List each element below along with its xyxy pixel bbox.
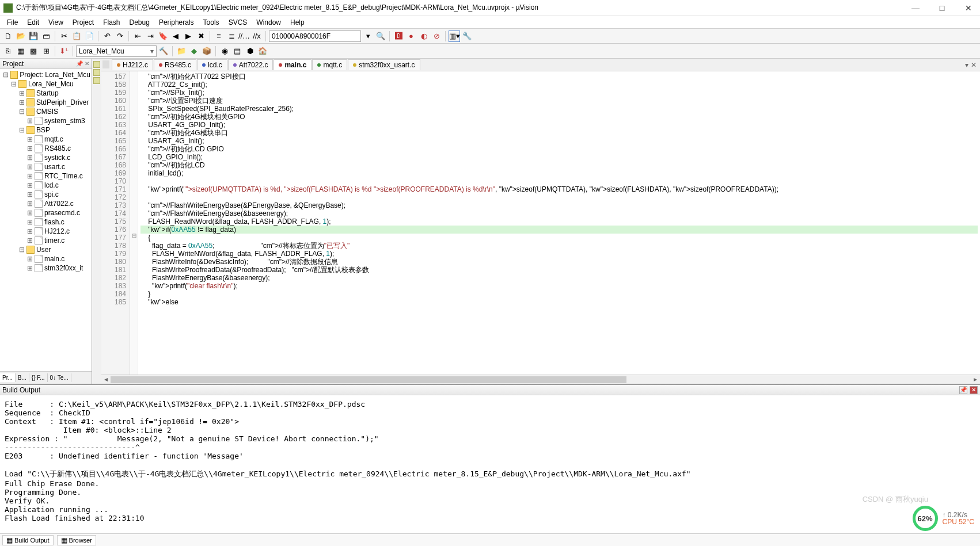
editor-tab-stm32f0xx_usart-c[interactable]: stm32f0xx_usart.c	[348, 59, 420, 70]
close-button[interactable]: ✕	[960, 2, 977, 14]
build-output-close-icon[interactable]: ✕	[970, 386, 978, 394]
new-file-icon[interactable]: 🗋	[2, 30, 14, 42]
save-all-icon[interactable]: 🗃	[40, 30, 52, 42]
menu-svcs[interactable]: SVCS	[224, 17, 252, 28]
bottom-tab-build-output[interactable]: ▦Build Output	[2, 535, 54, 545]
project-tab[interactable]: {} F...	[29, 373, 48, 382]
menu-window[interactable]: Window	[252, 17, 286, 28]
project-tab[interactable]: Pr...	[0, 373, 16, 382]
menu-view[interactable]: View	[44, 17, 68, 28]
tree-item[interactable]: ⊞stm32f0xx_it	[0, 264, 92, 273]
rebuild-icon[interactable]: ▩	[28, 45, 39, 57]
tree-item[interactable]: ⊞RTC_Time.c	[0, 171, 92, 181]
menu-flash[interactable]: Flash	[98, 17, 124, 28]
undo-icon[interactable]: ↶	[101, 30, 113, 42]
build-output-text[interactable]: File : C:\Keil_v5\ARM\PACK\Keil\STM32F0x…	[0, 395, 980, 533]
menu-peripherals[interactable]: Peripherals	[154, 17, 199, 28]
scroll-right-icon[interactable]: ▸	[971, 375, 980, 384]
editor-tab-HJ212-c[interactable]: HJ212.c	[112, 59, 153, 70]
select-packs-icon[interactable]: 📦	[201, 45, 212, 57]
tree-item[interactable]: ⊞spi.c	[0, 190, 92, 199]
editor-tab-Att7022-c[interactable]: Att7022.c	[228, 59, 274, 70]
outdent-icon[interactable]: ≡	[213, 30, 225, 42]
menu-help[interactable]: Help	[286, 17, 309, 28]
tool2-icon[interactable]: ▤	[231, 45, 243, 57]
indent-left-icon[interactable]: ⇤	[132, 30, 143, 42]
breakpoint-kill-icon[interactable]: ⊘	[431, 30, 442, 42]
indent-right-icon[interactable]: ⇥	[145, 30, 156, 42]
bookmark-next-icon[interactable]: ▶	[183, 30, 194, 42]
configure-icon[interactable]: 🔧	[461, 30, 473, 42]
tree-item[interactable]: ⊞Att7022.c	[0, 199, 92, 208]
open-file-icon[interactable]: 📂	[15, 30, 26, 42]
redo-icon[interactable]: ↷	[114, 30, 126, 42]
bookmark-toggle-icon[interactable]: 🔖	[157, 30, 169, 42]
find-dropdown-icon[interactable]: ▾	[362, 30, 374, 42]
paste-icon[interactable]: 📄	[83, 30, 95, 42]
bookmark-prev-icon[interactable]: ◀	[170, 30, 181, 42]
options-icon[interactable]: 🔨	[158, 45, 169, 57]
tree-item[interactable]: ⊟Project: Lora_Net_Mcu	[0, 70, 92, 79]
tool1-icon[interactable]: ◉	[219, 45, 230, 57]
find-input[interactable]	[269, 30, 361, 42]
indent-icon[interactable]: ≣	[226, 30, 237, 42]
minimize-button[interactable]: —	[907, 2, 924, 14]
tree-item[interactable]: ⊞systick.c	[0, 153, 92, 162]
project-tree[interactable]: ⊟Project: Lora_Net_Mcu⊟Lora_Net_Mcu⊞Star…	[0, 69, 92, 371]
editor-hscroll[interactable]: ◂ ▸	[101, 375, 980, 384]
menu-edit[interactable]: Edit	[22, 17, 44, 28]
tree-item[interactable]: ⊟Lora_Net_Mcu	[0, 79, 92, 89]
tree-item[interactable]: ⊞system_stm3	[0, 116, 92, 125]
tree-item[interactable]: ⊞prasecmd.c	[0, 208, 92, 217]
editor-tab-main-c[interactable]: main.c	[274, 59, 312, 70]
menu-debug[interactable]: Debug	[125, 17, 154, 28]
find-in-files-icon[interactable]: 🔍	[375, 30, 386, 42]
translate-icon[interactable]: ⎘	[2, 45, 14, 57]
manage-rte-icon[interactable]: ◆	[188, 45, 200, 57]
tool3-icon[interactable]: ⬢	[244, 45, 256, 57]
bookmark-clear-icon[interactable]: ✖	[195, 30, 207, 42]
tree-item[interactable]: ⊞lcd.c	[0, 181, 92, 190]
bottom-tab-browser[interactable]: ▦Browser	[57, 535, 96, 545]
tree-item[interactable]: ⊞Startup	[0, 89, 92, 98]
window-list-icon[interactable]: ▥▾	[449, 30, 460, 42]
tree-item[interactable]: ⊞HJ212.c	[0, 227, 92, 236]
save-icon[interactable]: 💾	[28, 30, 39, 42]
system-monitor-widget[interactable]: 62% ↑ 0.2K/s CPU 52°C	[913, 506, 974, 531]
tree-item[interactable]: ⊟BSP	[0, 125, 92, 135]
tree-item[interactable]: ⊟User	[0, 245, 92, 254]
uncomment-icon[interactable]: //x	[251, 30, 263, 42]
tree-item[interactable]: ⊞RS485.c	[0, 144, 92, 153]
target-select[interactable]: Lora_Net_Mcu▾	[76, 45, 157, 57]
tree-item[interactable]: ⊟CMSIS	[0, 107, 92, 116]
debug-start-icon[interactable]: 🅳	[393, 30, 404, 42]
gutter-icon[interactable]	[93, 77, 100, 84]
menu-project[interactable]: Project	[68, 17, 98, 28]
menu-file[interactable]: File	[2, 17, 22, 28]
tab-dropdown-icon[interactable]: ▾	[965, 61, 968, 69]
editor-tab-mqtt-c[interactable]: mqtt.c	[312, 59, 347, 70]
tree-item[interactable]: ⊞timer.c	[0, 236, 92, 245]
code-area[interactable]: 1571581591601611621631641651661671681691…	[101, 71, 980, 375]
tree-item[interactable]: ⊞flash.c	[0, 217, 92, 227]
project-tab[interactable]: B...	[16, 373, 29, 382]
gutter-icon[interactable]	[93, 69, 100, 76]
project-panel-pin-icon[interactable]: 📌 ✕	[76, 60, 89, 67]
comment-icon[interactable]: //…	[238, 30, 250, 42]
tab-close-icon[interactable]: ✕	[971, 61, 977, 69]
tree-item[interactable]: ⊞mqtt.c	[0, 135, 92, 144]
tree-item[interactable]: ⊞main.c	[0, 254, 92, 264]
tree-item[interactable]: ⊞StdPeriph_Driver	[0, 98, 92, 107]
gutter-icon[interactable]	[93, 61, 100, 68]
project-tab[interactable]: 0↓ Te...	[48, 373, 71, 382]
maximize-button[interactable]: □	[934, 2, 950, 14]
copy-icon[interactable]: 📋	[71, 30, 82, 42]
code-lines[interactable]: "cm">//初始化ATT7022 SPI接口 ATT7022_Cs_init(…	[138, 71, 980, 375]
breakpoint-insert-icon[interactable]: ●	[405, 30, 417, 42]
batch-build-icon[interactable]: ⊞	[40, 45, 52, 57]
scroll-left-icon[interactable]: ◂	[101, 375, 111, 384]
build-output-pin-icon[interactable]: 📌	[959, 386, 967, 394]
build-icon[interactable]: ▦	[15, 45, 26, 57]
editor-tab-lcd-c[interactable]: lcd.c	[197, 59, 227, 70]
manage-project-icon[interactable]: 📁	[176, 45, 187, 57]
